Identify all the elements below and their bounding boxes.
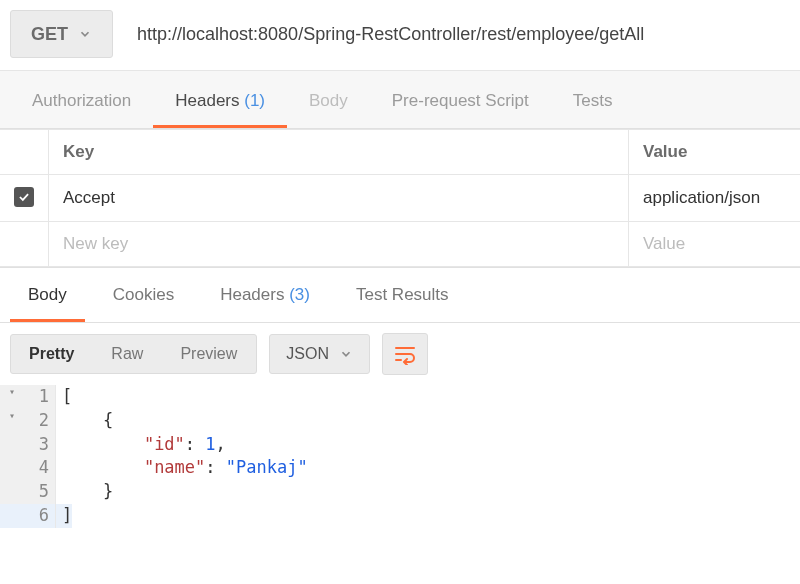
response-tab-body[interactable]: Body: [10, 269, 85, 322]
format-label: JSON: [286, 345, 329, 363]
header-row-checkbox[interactable]: [14, 187, 34, 207]
fold-toggle-icon[interactable]: ▾: [9, 385, 15, 399]
table-row: Accept application/json: [0, 175, 800, 222]
code-line: 4 "name": "Pankaj": [0, 456, 800, 480]
view-mode-segment: Pretty Raw Preview: [10, 334, 257, 374]
code-text: ]: [56, 504, 72, 528]
view-raw[interactable]: Raw: [93, 335, 162, 373]
response-tab-headers-count: (3): [289, 285, 310, 304]
http-method-dropdown[interactable]: GET: [10, 10, 113, 58]
header-key-new[interactable]: New key: [49, 222, 629, 267]
tab-tests[interactable]: Tests: [551, 73, 635, 128]
wrap-lines-button[interactable]: [382, 333, 428, 375]
header-value-column: Value: [629, 130, 801, 175]
code-line: 2▾ {: [0, 409, 800, 433]
tab-headers-count: (1): [244, 91, 265, 110]
line-number: 6: [0, 504, 56, 528]
request-tabs: Authorization Headers (1) Body Pre-reque…: [0, 71, 800, 129]
code-text: [: [56, 385, 72, 409]
format-dropdown[interactable]: JSON: [269, 334, 370, 374]
tab-headers[interactable]: Headers (1): [153, 73, 287, 128]
view-preview[interactable]: Preview: [162, 335, 256, 373]
response-tabs: Body Cookies Headers (3) Test Results: [0, 267, 800, 323]
response-tab-headers[interactable]: Headers (3): [202, 269, 328, 322]
code-line: 6]: [0, 504, 800, 528]
url-input[interactable]: [131, 10, 790, 58]
tab-prerequest[interactable]: Pre-request Script: [370, 73, 551, 128]
table-row-new: New key Value: [0, 222, 800, 267]
header-value-cell[interactable]: application/json: [629, 175, 801, 222]
code-text: {: [56, 409, 113, 433]
line-number: 3: [0, 433, 56, 457]
line-number: 4: [0, 456, 56, 480]
code-line: 3 "id": 1,: [0, 433, 800, 457]
http-method-label: GET: [31, 24, 68, 45]
tab-headers-label: Headers: [175, 91, 239, 110]
code-text: "name": "Pankaj": [56, 456, 308, 480]
tab-body[interactable]: Body: [287, 73, 370, 128]
header-key-column: Key: [49, 130, 629, 175]
request-bar: GET: [0, 0, 800, 71]
chevron-down-icon: [78, 27, 92, 41]
response-tab-test-results[interactable]: Test Results: [338, 269, 467, 322]
view-pretty[interactable]: Pretty: [11, 335, 93, 373]
tab-authorization[interactable]: Authorization: [10, 73, 153, 128]
line-number: 5: [0, 480, 56, 504]
fold-toggle-icon[interactable]: ▾: [9, 409, 15, 423]
wrap-icon: [393, 343, 417, 365]
header-checkbox-column: [0, 130, 49, 175]
code-line: 1▾[: [0, 385, 800, 409]
response-tab-headers-label: Headers: [220, 285, 284, 304]
header-key-cell[interactable]: Accept: [49, 175, 629, 222]
response-toolbar: Pretty Raw Preview JSON: [0, 323, 800, 385]
response-body-code[interactable]: 1▾[2▾ {3 "id": 1,4 "name": "Pankaj"5 }6]: [0, 385, 800, 528]
headers-table: Key Value Accept application/json New ke…: [0, 129, 800, 267]
line-number: 2▾: [0, 409, 56, 433]
code-text: }: [56, 480, 113, 504]
response-tab-cookies[interactable]: Cookies: [95, 269, 192, 322]
check-icon: [17, 190, 31, 204]
code-line: 5 }: [0, 480, 800, 504]
code-text: "id": 1,: [56, 433, 226, 457]
header-value-new[interactable]: Value: [629, 222, 801, 267]
line-number: 1▾: [0, 385, 56, 409]
chevron-down-icon: [339, 347, 353, 361]
